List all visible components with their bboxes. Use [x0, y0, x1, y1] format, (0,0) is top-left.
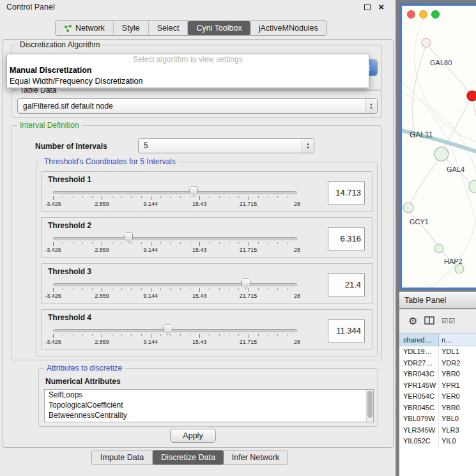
threshold-2-value[interactable]: 6.316 [328, 227, 365, 250]
float-window-icon[interactable] [364, 4, 371, 10]
table-row[interactable]: YPR145WYPR1 [399, 380, 476, 392]
tab-impute-data-label: Impute Data [100, 453, 144, 462]
tab-cyni-toolbox-label: Cyni Toolbox [196, 24, 242, 33]
select-columns-icon[interactable]: ☑☑ [441, 317, 456, 325]
cell[interactable]: YBR043C [399, 369, 439, 380]
slider-scale: -3.426 2.859 9.144 15.43 21.715 28 [53, 293, 297, 300]
cell[interactable]: YDL1 [439, 346, 476, 358]
table-row[interactable]: YBR045CYBR0 [399, 403, 476, 414]
network-node[interactable] [403, 203, 413, 213]
cell[interactable]: YLR345W [399, 425, 439, 436]
cell[interactable]: YBR0 [439, 369, 476, 380]
gear-icon[interactable]: ⚙ [408, 315, 417, 327]
column-header-shared-name[interactable]: shared… [399, 334, 439, 346]
scale-tick-label: -3.426 [45, 293, 61, 299]
network-canvas[interactable]: GAL80 GAL11 GAL4 GCY1 HAP2 [402, 6, 476, 288]
threshold-2-slider[interactable]: -3.426 2.859 9.144 15.43 21.715 28 [53, 233, 297, 257]
list-scrollbar[interactable] [366, 390, 373, 422]
window-buttons [407, 10, 440, 19]
tab-cyni-toolbox[interactable]: Cyni Toolbox [188, 21, 250, 35]
tab-discretize-data-label: Discretize Data [161, 453, 215, 462]
numerical-attributes-list[interactable]: SelfLoops TopologicalCoefficient Between… [44, 389, 374, 422]
threshold-4-slider[interactable]: -3.426 2.859 9.144 15.43 21.715 28 [53, 325, 297, 349]
table-data-group: Table Data galFiltered.sif default node … [12, 90, 382, 118]
cell[interactable]: YDR27… [399, 358, 439, 369]
tab-style[interactable]: Style [114, 21, 149, 35]
number-of-intervals-value: 5 [144, 141, 148, 150]
table-header-row: shared… n… [399, 334, 476, 346]
tab-impute-data[interactable]: Impute Data [92, 450, 153, 464]
threshold-2-panel: Threshold 2 -3.426 2.859 9.144 15.43 21.… [41, 217, 373, 258]
network-node[interactable] [469, 180, 476, 193]
zoom-traffic-icon[interactable] [431, 10, 440, 19]
tab-network[interactable]: Network [56, 21, 114, 35]
cell[interactable]: YDL19… [399, 346, 439, 358]
table-row[interactable]: YDR27…YDR2 [399, 358, 476, 369]
network-view-window[interactable]: GAL80 GAL11 GAL4 GCY1 HAP2 [399, 3, 476, 290]
algorithm-option-equal-width[interactable]: Equal Width/Frequency Discretization [7, 76, 369, 87]
close-icon[interactable]: × [378, 3, 384, 11]
split-pane-icon[interactable] [424, 316, 434, 326]
thresholds-group: Threshold's Coordinates for 5 Intervals … [36, 162, 378, 357]
list-item[interactable]: SelfLoops [45, 390, 373, 400]
table-row[interactable]: YDL19…YDL1 [399, 346, 476, 358]
cell[interactable]: YBR045C [399, 403, 439, 414]
table-data-combo[interactable]: galFiltered.sif default node ▲ ▼ [17, 98, 378, 114]
cell[interactable]: YBL0 [439, 413, 476, 425]
tab-discretize-data[interactable]: Discretize Data [153, 450, 224, 464]
cell[interactable]: YIL0 [439, 436, 476, 447]
network-node[interactable] [434, 244, 443, 253]
tab-select[interactable]: Select [149, 21, 188, 35]
list-item[interactable]: TopologicalCoefficient [45, 400, 373, 410]
threshold-1-label: Threshold 1 [48, 175, 91, 184]
threshold-1-value[interactable]: 14.713 [328, 181, 365, 204]
table-data-combo-value: galFiltered.sif default node [23, 102, 113, 111]
list-scrollbar-thumb[interactable] [367, 391, 372, 418]
slider-track [53, 191, 297, 194]
network-node[interactable] [422, 38, 431, 47]
cell[interactable]: YDR2 [439, 358, 476, 369]
discretization-algorithm-label: Discretization Algorithm [17, 40, 102, 49]
threshold-4-value[interactable]: 11.344 [328, 319, 365, 342]
tab-jactivemnodules[interactable]: jActiveMNodules [250, 21, 326, 35]
apply-button[interactable]: Apply [170, 429, 216, 443]
combo-stepper-icon[interactable]: ▲ ▼ [302, 139, 314, 153]
table-row[interactable]: YLR345WYLR3 [399, 425, 476, 436]
list-item[interactable]: BetweennessCentrality [45, 410, 373, 420]
algorithm-option-manual[interactable]: Manual Discretization [7, 65, 369, 76]
table-row[interactable]: YIL052CYIL0 [399, 436, 476, 447]
threshold-1-slider[interactable]: -3.426 2.859 9.144 15.43 21.715 28 [53, 187, 297, 211]
cell[interactable]: YPR145W [399, 380, 439, 392]
scale-tick-label: 2.859 [95, 201, 109, 207]
cell[interactable]: YPR1 [439, 380, 476, 392]
cell[interactable]: YBL079W [399, 413, 439, 425]
cell[interactable]: YER054C [399, 391, 439, 403]
cell[interactable]: YER0 [439, 391, 476, 403]
selected-red-node[interactable] [467, 91, 476, 101]
table-row[interactable]: YER054CYER0 [399, 391, 476, 403]
cell[interactable]: YBR0 [439, 403, 476, 414]
tab-jactivemnodules-label: jActiveMNodules [259, 24, 318, 33]
number-of-intervals-combo[interactable]: 5 ▲ ▼ [138, 138, 314, 153]
table-row[interactable]: YBL079WYBL0 [399, 413, 476, 425]
threshold-4-panel: Threshold 4 -3.426 2.859 9.144 15.43 21.… [41, 309, 373, 350]
minimize-traffic-icon[interactable] [419, 10, 427, 19]
tab-infer-network[interactable]: Infer Network [224, 450, 288, 464]
combo-stepper-icon[interactable]: ▲ ▼ [365, 99, 377, 113]
table-row[interactable]: YBR043CYBR0 [399, 369, 476, 380]
network-node[interactable] [434, 147, 449, 161]
threshold-3-slider[interactable]: -3.426 2.859 9.144 15.43 21.715 28 [53, 279, 297, 303]
table-panel: ⚙ ☑☑ shared… n… YDL19…YDL1 YDR27…YDR2 YB… [399, 309, 476, 476]
network-node[interactable] [455, 265, 464, 273]
scale-tick-label: -3.426 [45, 201, 61, 207]
threshold-3-value[interactable]: 21.4 [328, 273, 365, 296]
slider-major-ticks [53, 288, 297, 292]
node-label-gal4: GAL4 [447, 165, 464, 173]
tab-network-label: Network [75, 24, 105, 33]
column-header-name[interactable]: n… [439, 334, 476, 346]
scale-tick-label: 2.859 [95, 339, 109, 345]
close-traffic-icon[interactable] [407, 10, 415, 19]
node-label-gal80: GAL80 [430, 59, 452, 66]
cell[interactable]: YLR3 [439, 425, 476, 436]
cell[interactable]: YIL052C [399, 436, 439, 447]
